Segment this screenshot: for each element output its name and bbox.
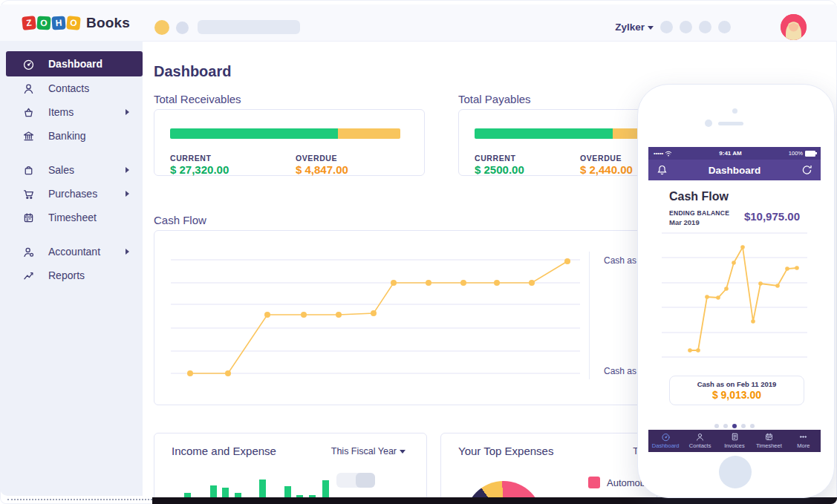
phone-tab-label: More — [786, 442, 821, 449]
overdue-label: OVERDUE — [296, 154, 337, 163]
refresh-icon[interactable] — [801, 163, 813, 177]
sidebar-item-contacts[interactable]: Contacts — [6, 76, 143, 100]
sales-icon — [22, 164, 35, 177]
sidebar-item-label: Banking — [48, 130, 86, 142]
top-bar: Z O H O Books Zylker — [0, 4, 837, 42]
sidebar-item-dashboard[interactable]: Dashboard — [6, 51, 143, 76]
page-dot[interactable] — [741, 424, 746, 428]
page-dot[interactable] — [732, 424, 737, 428]
bell-icon[interactable] — [656, 163, 668, 177]
sidebar-item-label: Contacts — [48, 82, 89, 94]
accountant-icon — [22, 246, 35, 258]
topbar-icon-placeholder[interactable] — [680, 21, 692, 33]
app-window: Z O H O Books Zylker DashboardContactsIt… — [0, 0, 837, 504]
payables-title: Total Payables — [458, 93, 531, 105]
sidebar-item-label: Sales — [48, 164, 74, 176]
payables-card: CURRENT $ 2500.00 OVERDUE $ 2,440.00 — [458, 109, 657, 176]
reports-icon — [22, 269, 35, 282]
payables-current-bar — [475, 128, 613, 139]
sidebar-item-label: Timesheet — [48, 212, 97, 223]
ending-balance-label: ENDING BALANCE — [669, 209, 729, 217]
phone-tab-invoices[interactable]: Invoices — [717, 430, 752, 452]
battery-icon — [805, 151, 815, 157]
cashflow-title: Cash Flow — [154, 214, 206, 226]
search-bar-placeholder[interactable] — [198, 20, 300, 34]
logo-tile-z: Z — [22, 16, 36, 30]
topbar-icon-placeholder[interactable] — [699, 21, 711, 33]
cash-flow-chart — [154, 231, 589, 406]
phone-home-button[interactable] — [719, 456, 752, 488]
phone-page-title: Dashboard — [709, 165, 761, 176]
sidebar-item-purchases[interactable]: Purchases — [6, 182, 143, 206]
sidebar-item-label: Reports — [48, 269, 85, 281]
banking-icon — [22, 130, 35, 143]
logo-tile-o1: O — [36, 16, 51, 30]
chevron-right-icon — [126, 167, 129, 173]
user-avatar[interactable] — [781, 14, 807, 40]
legend-swatch-automobile — [588, 477, 600, 488]
page-title: Dashboard — [154, 63, 231, 80]
chevron-down-icon — [648, 26, 654, 30]
chevron-right-icon — [126, 249, 129, 255]
zoho-books-logo[interactable]: Z O H O Books — [22, 15, 130, 31]
phone-tab-timesheet[interactable]: Timesheet — [752, 430, 786, 452]
window-control-dot[interactable] — [176, 22, 189, 34]
page-dot[interactable] — [714, 424, 719, 428]
income-bar — [284, 486, 291, 498]
wifi-icon — [665, 151, 672, 157]
phone-tab-contacts[interactable]: Contacts — [683, 430, 717, 452]
dashboard-icon — [661, 432, 671, 442]
top-expenses-card: Your Top Expenses T Automobile E — [440, 433, 657, 504]
cashflow-card-divider — [589, 252, 590, 379]
timesheet-icon — [764, 432, 774, 442]
sidebar-item-reports[interactable]: Reports — [6, 264, 143, 287]
receivables-title: Total Receivables — [154, 93, 241, 105]
logo-text: Books — [86, 15, 130, 31]
more-icon — [798, 432, 808, 442]
sidebar-item-accountant[interactable]: Accountant — [6, 240, 143, 264]
contacts-icon — [22, 82, 35, 95]
phone-speaker — [718, 122, 743, 125]
phone-tab-label: Dashboard — [648, 442, 683, 449]
payables-progress-bar — [475, 128, 647, 139]
dashboard-icon — [22, 58, 35, 71]
ending-balance-period: Mar 2019 — [669, 218, 700, 226]
window-control-dot[interactable] — [154, 20, 169, 35]
sidebar-item-label: Purchases — [48, 188, 97, 200]
receivables-overdue-amount: $ 4,847.00 — [296, 163, 348, 176]
income-bar — [210, 485, 217, 498]
sidebar-item-sales[interactable]: Sales — [6, 158, 143, 182]
ending-balance-amount: $10,975.00 — [744, 210, 800, 223]
phone-camera-dot — [732, 108, 737, 114]
phone-mockup: ••••• 9:41 AM 100% Dashboard — [637, 84, 835, 498]
sidebar-item-timesheet[interactable]: Timesheet — [6, 206, 143, 229]
income-bar — [322, 480, 329, 498]
payables-overdue-amount: $ 2,440.00 — [580, 163, 633, 176]
phone-status-bar: ••••• 9:41 AM 100% — [648, 147, 821, 160]
sidebar-item-banking[interactable]: Banking — [6, 124, 143, 148]
topbar-icon-placeholder[interactable] — [718, 21, 731, 33]
page-dot[interactable] — [723, 424, 728, 428]
sidebar-item-items[interactable]: Items — [6, 100, 143, 124]
cash-as-on-card[interactable]: Cash as on Feb 11 2019 $ 9,013.00 — [669, 376, 804, 405]
window-bottom-edge — [152, 497, 837, 504]
top-expenses-title: Your Top Expenses — [458, 445, 553, 457]
phone-nav-bar: Dashboard — [648, 160, 821, 180]
logo-tile-h: H — [51, 16, 65, 30]
topbar-icon-placeholder[interactable] — [660, 21, 673, 33]
chevron-right-icon — [126, 109, 129, 115]
organization-dropdown[interactable]: Zylker — [615, 22, 654, 33]
receivables-overdue-bar — [338, 128, 400, 139]
contacts-icon — [695, 432, 705, 442]
items-icon — [22, 106, 35, 119]
phone-tab-dashboard[interactable]: Dashboard — [648, 430, 683, 452]
current-label: CURRENT — [475, 154, 516, 163]
income-bar — [259, 480, 266, 498]
phone-tab-label: Timesheet — [752, 442, 786, 449]
phone-tab-more[interactable]: More — [786, 430, 821, 452]
phone-screen: ••••• 9:41 AM 100% Dashboard — [648, 147, 821, 452]
receivables-progress-bar — [170, 128, 400, 139]
frame-bottom-dotted-edge — [7, 499, 152, 500]
cashflow-card: Cash as o Cash as o — [154, 230, 654, 405]
page-dot[interactable] — [750, 424, 755, 428]
